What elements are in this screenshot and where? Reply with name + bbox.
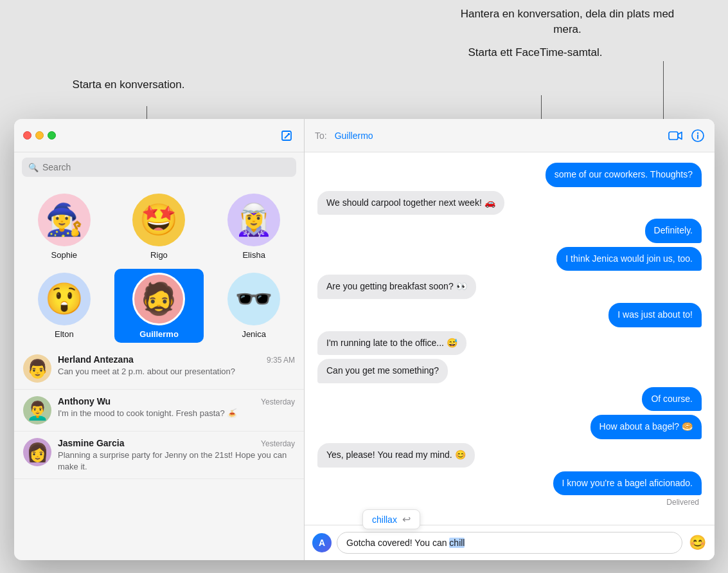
- conv-content-anthony: Anthony Wu Yesterday I'm in the mood to …: [58, 396, 295, 419]
- avatar-herland: 👨: [23, 354, 51, 383]
- delivered-label: Delivered: [317, 498, 702, 507]
- search-input[interactable]: [42, 162, 290, 172]
- message-row-7: Can you get me something?: [317, 359, 702, 383]
- details-button[interactable]: [691, 129, 704, 142]
- avatar-jenica: 🕶️: [227, 273, 280, 325]
- pinned-contact-jenica[interactable]: 🕶️ Jenica: [209, 269, 299, 343]
- pinned-label-sophie: Sophie: [51, 250, 77, 260]
- message-row-11: I know you're a bagel aficionado.: [317, 471, 702, 496]
- avatar-elton: 😲: [38, 273, 91, 325]
- compose-button[interactable]: [278, 127, 295, 144]
- pinned-contacts-grid: 🧙‍♀️ Sophie 🤩 Rigo 🧝‍♀️ Elisha 😲: [14, 182, 304, 348]
- avatar-jasmine: 👩: [23, 438, 51, 466]
- app-window: 🔍 🧙‍♀️ Sophie 🤩 Rigo 🧝‍♀️: [14, 119, 715, 560]
- message-bubble-0: some of our coworkers. Thoughts?: [546, 163, 702, 187]
- message-row-3: I think Jenica would join us, too.: [317, 247, 702, 271]
- message-row-2: Definitely.: [317, 219, 702, 243]
- emoji-icon: 😊: [689, 534, 706, 551]
- conversation-item-anthony[interactable]: 👨‍🦱 Anthony Wu Yesterday I'm in the mood…: [14, 390, 304, 432]
- avatar-rigo: 🤩: [132, 194, 185, 246]
- maximize-button[interactable]: [48, 131, 56, 140]
- conv-preview-herland: Can you meet at 2 p.m. about our present…: [58, 366, 295, 377]
- conversation-item-jasmine[interactable]: 👩 Jasmine Garcia Yesterday Planning a su…: [14, 432, 304, 479]
- conv-name-jasmine: Jasmine Garcia: [58, 438, 125, 448]
- conv-preview-jasmine: Planning a surprise party for Jenny on t…: [58, 450, 295, 472]
- pinned-label-rigo: Rigo: [150, 250, 168, 260]
- message-row-0: some of our coworkers. Thoughts?: [317, 163, 702, 187]
- compose-annotation: Starta en konversation.: [32, 77, 225, 93]
- message-bubble-1: We should carpool together next week! 🚗: [317, 191, 504, 215]
- pinned-contact-elton[interactable]: 😲 Elton: [19, 269, 109, 343]
- chat-to-label: To:: [315, 131, 327, 141]
- appstore-button[interactable]: A: [312, 533, 332, 552]
- pinned-label-jenica: Jenica: [242, 329, 266, 339]
- close-button[interactable]: [23, 131, 31, 140]
- facetime-annotation: Starta ett FaceTime-samtal.: [465, 45, 606, 60]
- pinned-label-elisha: Elisha: [242, 250, 265, 260]
- message-bubble-9: How about a bagel? 🥯: [590, 415, 702, 439]
- message-bubble-10: Yes, please! You read my mind. 😊: [317, 443, 475, 468]
- emoji-button[interactable]: 😊: [688, 533, 707, 552]
- conv-content-jasmine: Jasmine Garcia Yesterday Planning a surp…: [58, 438, 295, 472]
- message-bubble-2: Definitely.: [645, 219, 702, 243]
- message-bubble-6: I'm running late to the office... 😅: [317, 331, 466, 356]
- avatar-elisha: 🧝‍♀️: [227, 194, 280, 246]
- input-area: A chillax ↩ Gotcha covered! You can chil…: [305, 525, 715, 560]
- message-row-5: I was just about to!: [317, 303, 702, 327]
- svg-line-1: [285, 134, 289, 138]
- message-bubble-8: Of course.: [642, 387, 702, 412]
- facetime-button[interactable]: [668, 131, 682, 141]
- pinned-label-elton: Elton: [55, 329, 74, 339]
- manage-annotation-line: [663, 61, 664, 124]
- search-bar[interactable]: 🔍: [22, 158, 296, 177]
- conv-header-jasmine: Jasmine Garcia Yesterday: [58, 438, 295, 448]
- traffic-lights: [23, 131, 56, 140]
- chat-area: To: Guillermo: [305, 119, 715, 560]
- conv-header-anthony: Anthony Wu Yesterday: [58, 396, 295, 406]
- message-row-4: Are you getting breakfast soon? 👀: [317, 275, 702, 299]
- appstore-icon: A: [319, 538, 325, 548]
- message-bubble-4: Are you getting breakfast soon? 👀: [317, 275, 476, 299]
- message-row-9: How about a bagel? 🥯: [317, 415, 702, 439]
- conv-time-jasmine: Yesterday: [261, 439, 295, 448]
- avatar-sophie: 🧙‍♀️: [38, 194, 91, 246]
- conv-name-anthony: Anthony Wu: [58, 396, 111, 406]
- message-bubble-5: I was just about to!: [608, 303, 702, 327]
- message-input-display[interactable]: Gotcha covered! You can chill: [337, 532, 682, 554]
- conversation-list: 👨 Herland Antezana 9:35 AM Can you meet …: [14, 348, 304, 560]
- highlighted-text: chill: [449, 538, 465, 548]
- avatar-guillermo: 🧔: [132, 273, 185, 325]
- message-row-10: Yes, please! You read my mind. 😊: [317, 443, 702, 468]
- message-row-8: Of course.: [317, 387, 702, 412]
- conv-time-herland: 9:35 AM: [267, 356, 295, 365]
- chat-header: To: Guillermo: [305, 119, 715, 152]
- pinned-contact-guillermo[interactable]: 🧔 Guillermo: [114, 269, 204, 343]
- pinned-contact-elisha[interactable]: 🧝‍♀️ Elisha: [209, 190, 299, 264]
- chat-header-actions: [668, 129, 704, 142]
- avatar-anthony: 👨‍🦱: [23, 396, 51, 424]
- suggestion-arrow-icon: ↩: [402, 513, 411, 525]
- conversation-item-herland[interactable]: 👨 Herland Antezana 9:35 AM Can you meet …: [14, 348, 304, 390]
- conv-preview-anthony: I'm in the mood to cook tonight. Fresh p…: [58, 408, 295, 419]
- svg-point-5: [697, 132, 698, 133]
- message-row-6: I'm running late to the office... 😅: [317, 331, 702, 356]
- chat-recipient: Guillermo: [335, 131, 661, 141]
- pinned-contact-rigo[interactable]: 🤩 Rigo: [114, 190, 204, 264]
- minimize-button[interactable]: [35, 131, 44, 140]
- manage-annotation: Hantera en konversation, dela din plats …: [458, 6, 677, 37]
- suggestion-popup[interactable]: chillax ↩: [362, 509, 420, 529]
- input-with-suggestion: chillax ↩ Gotcha covered! You can chill: [337, 532, 682, 554]
- messages-area: some of our coworkers. Thoughts? We shou…: [305, 152, 715, 525]
- suggestion-word: chillax: [372, 514, 397, 525]
- sidebar: 🔍 🧙‍♀️ Sophie 🤩 Rigo 🧝‍♀️: [14, 119, 305, 560]
- svg-rect-2: [669, 132, 678, 140]
- titlebar: [14, 119, 304, 152]
- conv-header-herland: Herland Antezana 9:35 AM: [58, 354, 295, 365]
- message-row-1: We should carpool together next week! 🚗: [317, 191, 702, 215]
- conv-time-anthony: Yesterday: [261, 397, 295, 406]
- message-bubble-7: Can you get me something?: [317, 359, 448, 383]
- message-bubble-11: I know you're a bagel aficionado.: [553, 471, 702, 496]
- pinned-contact-sophie[interactable]: 🧙‍♀️ Sophie: [19, 190, 109, 264]
- pinned-label-guillermo: Guillermo: [139, 329, 179, 339]
- message-bubble-3: I think Jenica would join us, too.: [556, 247, 702, 271]
